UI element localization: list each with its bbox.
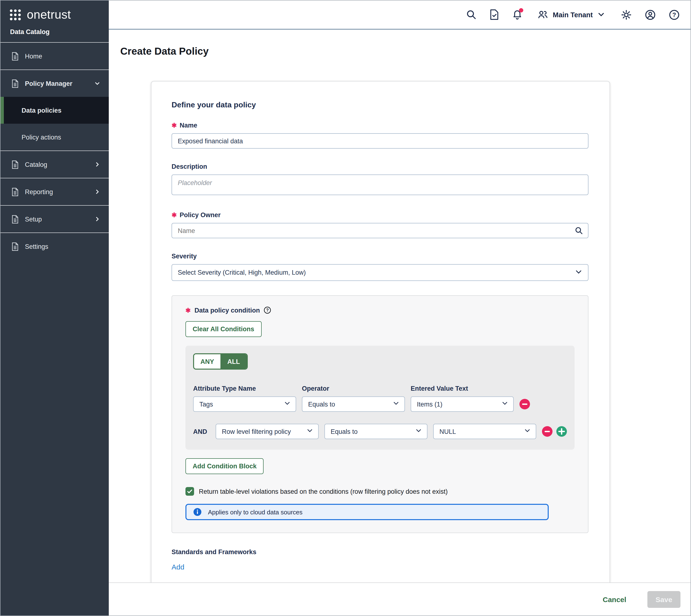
sidebar-divider	[0, 42, 109, 43]
footer-action-bar: Cancel Save	[109, 582, 691, 616]
sidebar-item-home[interactable]: Home	[0, 43, 109, 69]
info-banner-text: Applies only to cloud data sources	[208, 508, 303, 515]
table-level-violations-checkbox-row[interactable]: Return table-level violations based on t…	[185, 487, 575, 496]
document-icon	[11, 51, 19, 61]
document-icon	[11, 187, 19, 196]
sidebar-item-catalog[interactable]: Catalog	[0, 151, 109, 178]
sidebar-item-data-policies[interactable]: Data policies	[0, 97, 109, 124]
document-icon	[11, 215, 19, 224]
description-textarea[interactable]	[172, 175, 588, 195]
page-title: Create Data Policy	[120, 46, 691, 57]
sidebar-item-policy-manager[interactable]: Policy Manager	[0, 70, 109, 97]
column-operator: Operator	[302, 385, 405, 392]
chevron-down-icon	[597, 10, 605, 19]
severity-field-group: Severity Select Severity (Critical, High…	[172, 252, 588, 281]
sidebar-item-label: Policy actions	[22, 133, 61, 141]
toggle-all[interactable]: ALL	[220, 354, 247, 369]
sidebar: onetrust Data Catalog Home Policy Manage…	[0, 0, 109, 616]
data-policy-condition-panel: ✱ Data policy condition ? Clear All Cond…	[172, 295, 588, 533]
condition-block: ANY ALL Attribute Type Name Operator Ent…	[185, 346, 575, 450]
description-label: Description	[172, 163, 588, 170]
chevron-down-icon	[306, 427, 313, 436]
add-condition-block-button[interactable]: Add Condition Block	[185, 458, 264, 474]
onetrust-dots-logo-icon	[9, 8, 22, 21]
section-heading: Define your data policy	[172, 101, 588, 109]
notifications-bell-icon[interactable]	[512, 9, 523, 20]
sidebar-item-label: Setup	[25, 216, 42, 223]
chevron-down-icon	[501, 400, 508, 409]
product-name: Data Catalog	[0, 26, 109, 42]
remove-condition-icon[interactable]	[542, 426, 553, 437]
tenant-switcher[interactable]: Main Tenant	[537, 9, 605, 20]
document-check-icon[interactable]	[490, 9, 499, 20]
chevron-right-icon	[93, 215, 101, 223]
sidebar-item-setup[interactable]: Setup	[0, 206, 109, 233]
cancel-button[interactable]: Cancel	[600, 595, 629, 604]
document-icon	[11, 79, 19, 88]
document-icon	[11, 160, 19, 169]
page-content: Create Data Policy Define your data poli…	[109, 30, 691, 582]
operator-select[interactable]: Equals to	[325, 424, 427, 439]
users-icon	[537, 9, 549, 20]
save-button[interactable]: Save	[647, 591, 681, 608]
policy-owner-input[interactable]	[172, 223, 588, 238]
sidebar-item-reporting[interactable]: Reporting	[0, 178, 109, 205]
description-field-group: Description	[172, 163, 588, 197]
brand-logo: onetrust	[0, 0, 109, 26]
sidebar-divider	[0, 205, 109, 206]
attribute-select[interactable]: Tags	[193, 396, 296, 412]
sidebar-item-label: Policy Manager	[25, 80, 72, 87]
chevron-down-icon	[575, 268, 583, 277]
info-icon	[193, 508, 202, 516]
help-icon[interactable]: ?	[668, 9, 680, 20]
account-icon[interactable]	[645, 9, 656, 20]
add-condition-icon[interactable]	[556, 426, 567, 437]
chevron-down-icon	[415, 427, 422, 436]
required-asterisk: ✱	[172, 122, 177, 129]
add-standards-link[interactable]: Add	[172, 563, 184, 571]
main-area: Main Tenant ?	[109, 0, 691, 616]
sidebar-divider	[0, 233, 109, 233]
chevron-down-icon	[93, 80, 101, 87]
operator-select[interactable]: Equals to	[302, 396, 405, 412]
sidebar-item-label: Reporting	[25, 188, 53, 195]
app-window: onetrust Data Catalog Home Policy Manage…	[0, 0, 691, 616]
sidebar-item-label: Home	[25, 52, 42, 60]
remove-condition-icon[interactable]	[519, 399, 530, 410]
search-icon[interactable]	[466, 9, 477, 20]
search-icon[interactable]	[575, 226, 583, 235]
condition-label: ✱ Data policy condition ?	[185, 306, 575, 314]
chevron-right-icon	[93, 160, 101, 168]
sidebar-item-policy-actions[interactable]: Policy actions	[0, 124, 109, 151]
sidebar-item-label: Data policies	[22, 107, 62, 114]
name-input[interactable]	[172, 133, 588, 149]
required-asterisk: ✱	[185, 307, 191, 313]
checkbox-checked-icon[interactable]	[185, 487, 194, 496]
condition-row: AND Row level filtering policy Equals to	[193, 424, 567, 439]
severity-select[interactable]: Select Severity (Critical, High, Medium,…	[172, 264, 588, 281]
brand-wordmark: onetrust	[27, 8, 71, 22]
sidebar-item-settings[interactable]: Settings	[0, 233, 109, 260]
policy-owner-label: ✱ Policy Owner	[172, 212, 588, 219]
sidebar-item-label: Settings	[25, 243, 48, 250]
create-policy-card: Define your data policy ✱ Name Descripti…	[151, 81, 610, 582]
settings-gear-icon[interactable]	[621, 9, 632, 20]
checkbox-label: Return table-level violations based on t…	[199, 488, 448, 495]
standards-frameworks-label: Standards and Frameworks	[172, 548, 588, 556]
tenant-label: Main Tenant	[553, 11, 593, 19]
sidebar-divider	[0, 178, 109, 178]
value-select[interactable]: Items (1)	[411, 396, 514, 412]
value-select[interactable]: NULL	[433, 424, 536, 439]
info-banner: Applies only to cloud data sources	[185, 504, 549, 520]
chevron-down-icon	[284, 400, 291, 409]
attribute-select[interactable]: Row level filtering policy	[216, 424, 319, 439]
help-circle-icon[interactable]: ?	[264, 306, 271, 314]
clear-all-conditions-button[interactable]: Clear All Conditions	[185, 321, 261, 337]
policy-owner-field-group: ✱ Policy Owner	[172, 212, 588, 238]
svg-text:?: ?	[266, 308, 269, 312]
sidebar-divider	[0, 69, 109, 70]
severity-label: Severity	[172, 252, 588, 260]
toggle-any[interactable]: ANY	[194, 354, 220, 369]
required-asterisk: ✱	[172, 212, 177, 218]
document-icon	[11, 242, 19, 251]
